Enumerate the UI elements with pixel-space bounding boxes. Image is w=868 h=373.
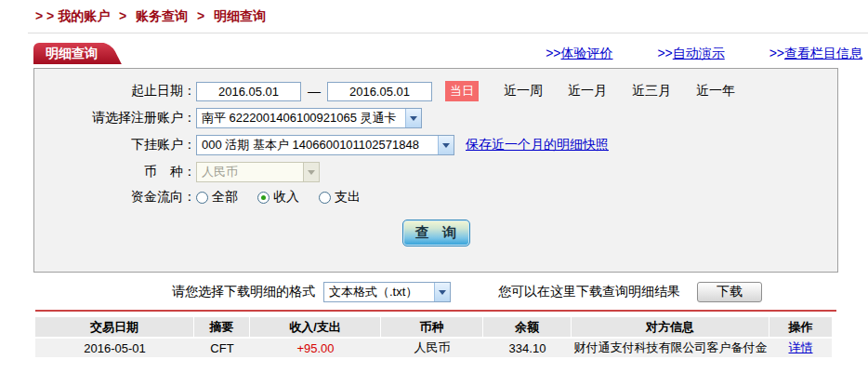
chevron-down-icon [303, 163, 319, 181]
register-account-label: 请选择注册账户： [34, 110, 196, 127]
col-transaction-date: 交易日期 [35, 317, 194, 337]
currency-select-disabled: 人民币 [196, 162, 320, 182]
col-income-expense: 收入/支出 [250, 317, 381, 337]
download-hint: 您可以在这里下载查询明细结果 [498, 284, 680, 300]
chevron-down-icon [438, 136, 454, 154]
currency-row: 币 种： 人民币 [34, 162, 837, 182]
flow-radio-expense[interactable]: 支出 [319, 189, 361, 206]
link-group: >>自动演示 [657, 46, 724, 60]
top-links: >>体验评价 >>自动演示 >>查看栏目信息 [546, 46, 862, 62]
download-format-label: 请您选择下载明细的格式 [172, 284, 315, 300]
date-range-row: 起止日期： — 当日 近一周 近一月 近三月 近一年 [34, 81, 837, 101]
sub-account-value: 000 活期 基本户 1406600101102571848 [202, 137, 419, 153]
flow-direction-row: 资金流向： 全部 收入 支出 [34, 189, 837, 206]
table-top-divider [35, 310, 836, 312]
cell-counterparty: 财付通支付科技有限公司客户备付金 [572, 339, 769, 357]
experience-review-link[interactable]: 体验评价 [561, 46, 613, 60]
chevron-down-icon [434, 283, 450, 301]
auto-demo-link[interactable]: 自动演示 [673, 46, 725, 60]
breadcrumb: > > 我的账户 > 账务查询 > 明细查询 [0, 0, 868, 25]
date-from-input[interactable] [196, 82, 301, 101]
range-last-month-link[interactable]: 近一月 [568, 83, 607, 100]
range-last-week-link[interactable]: 近一周 [504, 83, 543, 100]
flow-radio-income[interactable]: 收入 [257, 189, 299, 206]
breadcrumb-prefix: > > [35, 8, 54, 23]
col-balance: 余额 [483, 317, 572, 337]
breadcrumb-item-account-query[interactable]: 账务查询 [136, 8, 188, 23]
register-account-row: 请选择注册账户： 南平 6222001406100921065 灵通卡 [34, 108, 837, 128]
flow-option-expense-label: 支出 [335, 189, 361, 206]
cell-balance: 334.10 [483, 339, 572, 357]
sub-account-row: 下挂账户： 000 活期 基本户 1406600101102571848 保存近… [34, 135, 837, 155]
register-account-select[interactable]: 南平 6222001406100921065 灵通卡 [196, 108, 422, 128]
radio-unchecked-icon [319, 192, 331, 204]
download-button[interactable]: 下载 [697, 282, 762, 302]
page: > > 我的账户 > 账务查询 > 明细查询 明细查询 >>体验评价 >>自动演… [0, 0, 868, 373]
chevron-down-icon [405, 109, 421, 127]
cell-currency: 人民币 [381, 339, 483, 357]
cell-amount: +95.00 [250, 339, 381, 357]
view-column-info-link[interactable]: 查看栏目信息 [784, 46, 862, 60]
flow-option-income-label: 收入 [273, 189, 299, 206]
range-last-3-months-link[interactable]: 近三月 [632, 83, 671, 100]
save-monthly-snapshot-link[interactable]: 保存近一个月的明细快照 [466, 137, 609, 153]
double-chevron-icon: >> [546, 46, 560, 60]
table-header-row: 交易日期 摘要 收入/支出 币种 余额 对方信息 操作 [35, 317, 832, 337]
breadcrumb-divider [28, 33, 868, 33]
flow-option-all-label: 全部 [212, 189, 238, 206]
download-row: 请您选择下载明细的格式 文本格式（.txt） 您可以在这里下载查询明细结果 下载 [172, 282, 868, 302]
date-range-label: 起止日期： [34, 83, 196, 100]
col-action: 操作 [769, 317, 832, 337]
radio-unchecked-icon [196, 192, 208, 204]
cell-summary: CFT [194, 339, 250, 357]
detail-link[interactable]: 详情 [789, 340, 813, 354]
query-form-panel: 起止日期： — 当日 近一周 近一月 近三月 近一年 请选择注册账户： 南平 6… [33, 68, 838, 273]
panel-tab-detail-query: 明细查询 [33, 43, 105, 64]
sub-account-label: 下挂账户： [34, 137, 196, 153]
query-submit-button[interactable]: 查 询 [402, 220, 470, 246]
breadcrumb-item-detail-query[interactable]: 明细查询 [214, 8, 266, 23]
col-summary: 摘要 [194, 317, 250, 337]
tab-row: 明细查询 >>体验评价 >>自动演示 >>查看栏目信息 [33, 43, 868, 64]
breadcrumb-separator: > [197, 8, 204, 23]
breadcrumb-separator: > [119, 8, 126, 23]
link-group: >>体验评价 [546, 46, 612, 60]
currency-label: 币 种： [34, 164, 196, 180]
page-title: 明细查询 [46, 46, 98, 60]
link-group: >>查看栏目信息 [769, 46, 862, 60]
col-currency: 币种 [381, 317, 483, 337]
download-format-select[interactable]: 文本格式（.txt） [323, 282, 451, 302]
radio-checked-icon [257, 192, 270, 204]
table-row: 2016-05-01 CFT +95.00 人民币 334.10 财付通支付科技… [35, 339, 832, 357]
download-format-value: 文本格式（.txt） [329, 284, 417, 300]
currency-value: 人民币 [202, 164, 238, 180]
results-table: 交易日期 摘要 收入/支出 币种 余额 对方信息 操作 2016-05-01 C… [35, 315, 832, 359]
range-last-year-link[interactable]: 近一年 [696, 83, 735, 100]
sub-account-select[interactable]: 000 活期 基本户 1406600101102571848 [196, 135, 454, 155]
flow-radio-all[interactable]: 全部 [196, 189, 238, 206]
col-counterparty: 对方信息 [572, 317, 769, 337]
breadcrumb-item-my-account[interactable]: 我的账户 [58, 8, 110, 23]
date-separator: — [308, 84, 321, 99]
date-to-input[interactable] [327, 82, 432, 101]
register-account-value: 南平 6222001406100921065 灵通卡 [202, 110, 397, 127]
flow-direction-label: 资金流向： [34, 189, 196, 206]
double-chevron-icon: >> [657, 46, 672, 60]
range-today-button[interactable]: 当日 [445, 81, 479, 101]
double-chevron-icon: >> [769, 46, 784, 60]
cell-transaction-date: 2016-05-01 [35, 339, 194, 357]
